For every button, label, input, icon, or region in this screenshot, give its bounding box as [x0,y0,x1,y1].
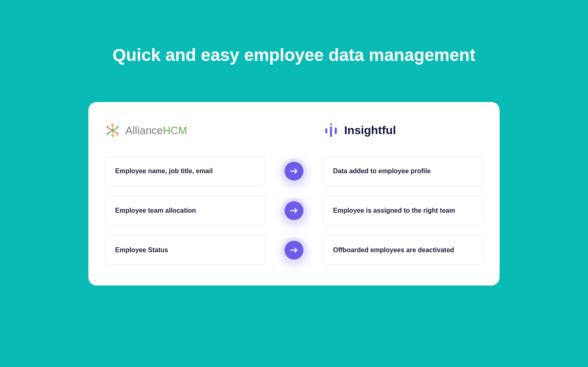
svg-rect-4 [325,128,327,133]
insightful-logo: Insightful [323,123,483,138]
target-item: Data added to employee profile [323,156,483,186]
svg-rect-5 [330,126,332,137]
target-item: Offboarded employees are deactivated [323,235,483,265]
page-title: Quick and easy employee data management [113,45,475,65]
target-item: Employee is assigned to the right team [323,196,483,225]
svg-point-3 [330,123,332,125]
insightful-bars-icon [323,123,339,138]
snowflake-icon [105,123,120,138]
arrow-icon [278,158,310,184]
arrow-icon [278,198,310,223]
integration-card: AllianceHCM Insightful Employee name, jo… [88,102,500,286]
svg-rect-6 [335,128,337,134]
source-item: Employee name, job title, email [105,156,265,186]
alliance-hcm-logo: AllianceHCM [105,123,265,138]
insightful-wordmark: Insightful [344,124,396,137]
alliance-hcm-wordmark: AllianceHCM [125,124,187,137]
alliance-text: Alliance [125,124,163,137]
spacer [278,135,310,135]
arrow-icon [278,237,310,263]
source-item: Employee team allocation [105,196,265,225]
source-item: Employee Status [105,235,265,265]
hcm-text: HCM [163,124,187,137]
